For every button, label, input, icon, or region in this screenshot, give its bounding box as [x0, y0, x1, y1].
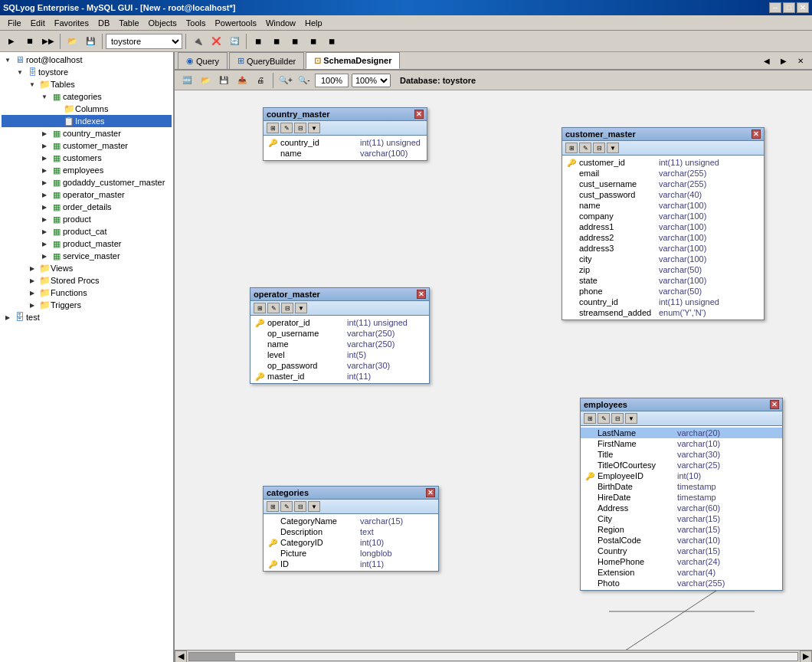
table-row[interactable]: HireDate timestamp — [581, 492, 782, 503]
menu-file[interactable]: File — [3, 18, 26, 28]
menu-window[interactable]: Window — [261, 18, 300, 28]
table-row[interactable]: Extension varchar(4) — [581, 567, 782, 578]
tab-query[interactable]: ◉ Query — [178, 52, 228, 69]
table-row[interactable]: Photo varchar(255) — [581, 578, 782, 588]
tree-stored-procs[interactable]: ▶ 📁 Stored Procs — [2, 274, 172, 287]
tree-country-master[interactable]: ▶ ▦ country_master — [2, 127, 172, 139]
tree-operator-master[interactable]: ▶ ▦ operator_master — [2, 188, 172, 201]
schema-btn-open[interactable]: 📂 — [198, 73, 213, 88]
tree-functions[interactable]: ▶ 📁 Functions — [2, 287, 172, 299]
schema-btn-print[interactable]: 🖨 — [253, 73, 268, 88]
table-row[interactable]: CategoryName varchar(15) — [264, 516, 438, 526]
table-row[interactable]: name varchar(250) — [250, 339, 429, 349]
table-row[interactable]: 🔑 operator_id int(11) unsigned — [250, 317, 429, 328]
minimize-btn[interactable]: ─ — [769, 2, 781, 13]
op-btn3[interactable]: ⊟ — [281, 303, 293, 313]
custm-btn1[interactable]: ⊞ — [565, 143, 578, 153]
db-selector[interactable]: toystore — [106, 34, 182, 49]
close-btn[interactable]: ✕ — [797, 2, 809, 13]
maximize-btn[interactable]: □ — [783, 2, 795, 13]
zoom-select[interactable]: 100% 75% 50% — [352, 74, 391, 87]
schema-btn-export[interactable]: 📤 — [234, 73, 250, 88]
scroll-track[interactable] — [188, 652, 798, 661]
menu-db[interactable]: DB — [93, 18, 114, 28]
toolbar-refresh[interactable]: 🔄 — [226, 33, 243, 50]
employees-close[interactable]: ✕ — [770, 400, 779, 409]
menu-edit[interactable]: Edit — [26, 18, 50, 28]
country-master-close[interactable]: ✕ — [414, 110, 424, 119]
schema-btn-save[interactable]: 💾 — [216, 73, 231, 88]
table-row[interactable]: cust_password varchar(40) — [562, 189, 764, 200]
table-row[interactable]: 🔑 master_id int(11) — [250, 371, 429, 382]
tree-product-master[interactable]: ▶ ▦ product_master — [2, 238, 172, 250]
operator-master-close[interactable]: ✕ — [417, 290, 426, 299]
table-row[interactable]: 🔑 CategoryID int(10) — [264, 537, 438, 548]
tree-indexes[interactable]: 📋 Indexes — [2, 115, 172, 127]
tree-order-details[interactable]: ▶ ▦ order_details — [2, 201, 172, 213]
op-btn2[interactable]: ✎ — [267, 303, 280, 313]
table-row[interactable]: company varchar(100) — [562, 211, 764, 221]
zoom-input[interactable] — [315, 74, 349, 87]
table-row[interactable]: name varchar(100) — [562, 200, 764, 211]
emp-btn2[interactable]: ✎ — [598, 413, 610, 424]
tree-godaddy[interactable]: ▶ ▦ godaddy_customer_master — [2, 176, 172, 188]
emp-btn4[interactable]: ▼ — [625, 413, 637, 424]
table-row[interactable]: Picture longblob — [264, 548, 438, 559]
table-row[interactable]: 🔑 ID int(11) — [264, 559, 438, 569]
tree-tables[interactable]: ▼ 📁 Tables — [2, 78, 172, 90]
table-row[interactable]: Description text — [264, 526, 438, 537]
toolbar-new[interactable]: ▶ — [3, 33, 20, 50]
tab-nav-left[interactable]: ◀ — [758, 52, 775, 69]
table-row[interactable]: LastName varchar(20) — [581, 428, 782, 438]
custm-btn4[interactable]: ▼ — [607, 143, 619, 153]
scroll-thumb[interactable] — [189, 653, 235, 660]
tab-close[interactable]: ✕ — [792, 52, 809, 69]
table-row[interactable]: 🔑 country_id int(11) unsigned — [264, 137, 427, 148]
toolbar-run[interactable]: ▶▶ — [40, 33, 57, 50]
toolbar-stop[interactable]: ⏹ — [21, 33, 38, 50]
tree-product[interactable]: ▶ ▦ product — [2, 213, 172, 225]
table-row[interactable]: 🔑 EmployeeID int(10) — [581, 470, 782, 481]
table-row[interactable]: address2 varchar(100) — [562, 232, 764, 243]
menu-tools[interactable]: Tools — [182, 18, 211, 28]
table-row[interactable]: op_password varchar(30) — [250, 360, 429, 371]
tree-test[interactable]: ▶ 🗄 test — [2, 311, 172, 323]
tree-root-item[interactable]: ▼ 🖥 root@localhost — [2, 54, 172, 66]
toolbar-save[interactable]: 💾 — [82, 33, 99, 50]
cm-btn3[interactable]: ⊟ — [294, 123, 306, 133]
toolbar-b3[interactable]: ◼ — [286, 33, 303, 50]
customer-master-close[interactable]: ✕ — [751, 129, 761, 139]
tree-customers[interactable]: ▶ ▦ customers — [2, 152, 172, 164]
schema-btn-zoom-in[interactable]: 🔍+ — [278, 73, 293, 88]
toolbar-disconnect[interactable]: ❌ — [208, 33, 224, 50]
cm-btn2[interactable]: ✎ — [280, 123, 293, 133]
schema-btn-new[interactable]: 🆕 — [179, 73, 195, 88]
table-row[interactable]: zip varchar(50) — [562, 264, 764, 275]
toolbar-b5[interactable]: ◼ — [323, 33, 340, 50]
custm-btn2[interactable]: ✎ — [579, 143, 591, 153]
emp-btn3[interactable]: ⊟ — [611, 413, 624, 424]
table-row[interactable]: FirstName varchar(10) — [581, 438, 782, 449]
cm-btn4[interactable]: ▼ — [308, 123, 320, 133]
cm-btn1[interactable]: ⊞ — [267, 123, 279, 133]
tree-triggers[interactable]: ▶ 📁 Triggers — [2, 299, 172, 311]
table-row[interactable]: address1 varchar(100) — [562, 221, 764, 232]
table-row[interactable]: op_username varchar(250) — [250, 328, 429, 339]
tree-toystore[interactable]: ▼ 🗄 toystore — [2, 66, 172, 78]
scroll-left-btn[interactable]: ◀ — [175, 651, 187, 663]
schema-btn-zoom-out[interactable]: 🔍- — [296, 73, 312, 88]
cat-btn4[interactable]: ▼ — [308, 501, 320, 512]
horizontal-scrollbar[interactable]: ◀ ▶ — [175, 650, 812, 662]
table-row[interactable]: Region varchar(15) — [581, 524, 782, 535]
table-row[interactable]: 🔑 customer_id int(11) unsigned — [562, 157, 764, 168]
table-row[interactable]: Address varchar(60) — [581, 503, 782, 513]
table-row[interactable]: city varchar(100) — [562, 254, 764, 264]
table-row[interactable]: email varchar(255) — [562, 168, 764, 179]
custm-btn3[interactable]: ⊟ — [593, 143, 605, 153]
table-row[interactable]: Title varchar(30) — [581, 449, 782, 460]
table-row[interactable]: City varchar(15) — [581, 513, 782, 524]
op-btn4[interactable]: ▼ — [295, 303, 307, 313]
table-row[interactable]: TitleOfCourtesy varchar(25) — [581, 460, 782, 470]
tree-product-cat[interactable]: ▶ ▦ product_cat — [2, 225, 172, 238]
tab-querybuilder[interactable]: ⊞ QueryBuilder — [229, 52, 304, 69]
